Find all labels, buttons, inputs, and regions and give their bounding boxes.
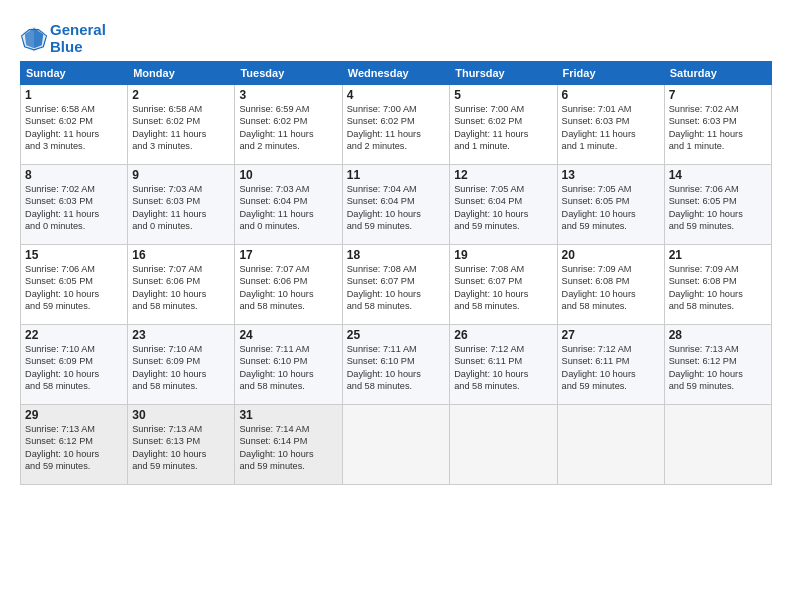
week-row-4: 22Sunrise: 7:10 AM Sunset: 6:09 PM Dayli… — [21, 325, 772, 405]
day-detail: Sunrise: 7:01 AM Sunset: 6:03 PM Dayligh… — [562, 103, 660, 153]
day-detail: Sunrise: 7:00 AM Sunset: 6:02 PM Dayligh… — [454, 103, 552, 153]
day-cell: 29Sunrise: 7:13 AM Sunset: 6:12 PM Dayli… — [21, 405, 128, 485]
day-detail: Sunrise: 7:11 AM Sunset: 6:10 PM Dayligh… — [239, 343, 337, 393]
day-detail: Sunrise: 7:07 AM Sunset: 6:06 PM Dayligh… — [132, 263, 230, 313]
logo-general: General — [50, 22, 106, 39]
day-detail: Sunrise: 7:02 AM Sunset: 6:03 PM Dayligh… — [669, 103, 767, 153]
day-number: 26 — [454, 328, 552, 342]
day-cell: 13Sunrise: 7:05 AM Sunset: 6:05 PM Dayli… — [557, 165, 664, 245]
day-cell: 26Sunrise: 7:12 AM Sunset: 6:11 PM Dayli… — [450, 325, 557, 405]
day-cell: 31Sunrise: 7:14 AM Sunset: 6:14 PM Dayli… — [235, 405, 342, 485]
day-detail: Sunrise: 7:05 AM Sunset: 6:05 PM Dayligh… — [562, 183, 660, 233]
day-number: 14 — [669, 168, 767, 182]
day-number: 8 — [25, 168, 123, 182]
week-row-1: 1Sunrise: 6:58 AM Sunset: 6:02 PM Daylig… — [21, 85, 772, 165]
weekday-header-monday: Monday — [128, 62, 235, 85]
day-detail: Sunrise: 7:10 AM Sunset: 6:09 PM Dayligh… — [25, 343, 123, 393]
calendar-page: General Blue SundayMondayTuesdayWednesda… — [0, 0, 792, 612]
weekday-header-friday: Friday — [557, 62, 664, 85]
day-number: 12 — [454, 168, 552, 182]
day-cell: 1Sunrise: 6:58 AM Sunset: 6:02 PM Daylig… — [21, 85, 128, 165]
day-cell: 30Sunrise: 7:13 AM Sunset: 6:13 PM Dayli… — [128, 405, 235, 485]
day-number: 30 — [132, 408, 230, 422]
day-cell: 23Sunrise: 7:10 AM Sunset: 6:09 PM Dayli… — [128, 325, 235, 405]
day-detail: Sunrise: 7:00 AM Sunset: 6:02 PM Dayligh… — [347, 103, 446, 153]
day-cell: 27Sunrise: 7:12 AM Sunset: 6:11 PM Dayli… — [557, 325, 664, 405]
day-cell: 10Sunrise: 7:03 AM Sunset: 6:04 PM Dayli… — [235, 165, 342, 245]
day-cell — [664, 405, 771, 485]
day-number: 24 — [239, 328, 337, 342]
day-number: 23 — [132, 328, 230, 342]
weekday-header-thursday: Thursday — [450, 62, 557, 85]
day-number: 31 — [239, 408, 337, 422]
day-cell: 14Sunrise: 7:06 AM Sunset: 6:05 PM Dayli… — [664, 165, 771, 245]
day-cell: 12Sunrise: 7:05 AM Sunset: 6:04 PM Dayli… — [450, 165, 557, 245]
logo-text: General Blue — [50, 22, 106, 55]
day-number: 1 — [25, 88, 123, 102]
day-detail: Sunrise: 6:59 AM Sunset: 6:02 PM Dayligh… — [239, 103, 337, 153]
day-detail: Sunrise: 7:09 AM Sunset: 6:08 PM Dayligh… — [669, 263, 767, 313]
day-number: 16 — [132, 248, 230, 262]
day-detail: Sunrise: 7:09 AM Sunset: 6:08 PM Dayligh… — [562, 263, 660, 313]
week-row-5: 29Sunrise: 7:13 AM Sunset: 6:12 PM Dayli… — [21, 405, 772, 485]
day-number: 22 — [25, 328, 123, 342]
day-cell — [450, 405, 557, 485]
day-detail: Sunrise: 7:03 AM Sunset: 6:04 PM Dayligh… — [239, 183, 337, 233]
day-cell: 15Sunrise: 7:06 AM Sunset: 6:05 PM Dayli… — [21, 245, 128, 325]
day-detail: Sunrise: 7:14 AM Sunset: 6:14 PM Dayligh… — [239, 423, 337, 473]
day-cell: 16Sunrise: 7:07 AM Sunset: 6:06 PM Dayli… — [128, 245, 235, 325]
day-cell: 22Sunrise: 7:10 AM Sunset: 6:09 PM Dayli… — [21, 325, 128, 405]
day-number: 19 — [454, 248, 552, 262]
logo-blue: Blue — [50, 39, 106, 56]
day-cell: 28Sunrise: 7:13 AM Sunset: 6:12 PM Dayli… — [664, 325, 771, 405]
week-row-2: 8Sunrise: 7:02 AM Sunset: 6:03 PM Daylig… — [21, 165, 772, 245]
weekday-header-row: SundayMondayTuesdayWednesdayThursdayFrid… — [21, 62, 772, 85]
day-number: 21 — [669, 248, 767, 262]
day-cell: 5Sunrise: 7:00 AM Sunset: 6:02 PM Daylig… — [450, 85, 557, 165]
day-number: 15 — [25, 248, 123, 262]
logo-icon — [20, 25, 48, 53]
day-number: 29 — [25, 408, 123, 422]
day-detail: Sunrise: 7:04 AM Sunset: 6:04 PM Dayligh… — [347, 183, 446, 233]
day-cell: 24Sunrise: 7:11 AM Sunset: 6:10 PM Dayli… — [235, 325, 342, 405]
day-number: 27 — [562, 328, 660, 342]
day-detail: Sunrise: 7:06 AM Sunset: 6:05 PM Dayligh… — [25, 263, 123, 313]
day-number: 17 — [239, 248, 337, 262]
day-number: 7 — [669, 88, 767, 102]
day-detail: Sunrise: 7:08 AM Sunset: 6:07 PM Dayligh… — [454, 263, 552, 313]
day-cell — [557, 405, 664, 485]
day-detail: Sunrise: 7:13 AM Sunset: 6:12 PM Dayligh… — [25, 423, 123, 473]
day-number: 20 — [562, 248, 660, 262]
day-cell: 11Sunrise: 7:04 AM Sunset: 6:04 PM Dayli… — [342, 165, 450, 245]
day-number: 10 — [239, 168, 337, 182]
day-detail: Sunrise: 6:58 AM Sunset: 6:02 PM Dayligh… — [132, 103, 230, 153]
day-cell: 9Sunrise: 7:03 AM Sunset: 6:03 PM Daylig… — [128, 165, 235, 245]
day-cell: 2Sunrise: 6:58 AM Sunset: 6:02 PM Daylig… — [128, 85, 235, 165]
day-number: 9 — [132, 168, 230, 182]
day-cell — [342, 405, 450, 485]
day-number: 28 — [669, 328, 767, 342]
day-detail: Sunrise: 7:12 AM Sunset: 6:11 PM Dayligh… — [454, 343, 552, 393]
day-detail: Sunrise: 6:58 AM Sunset: 6:02 PM Dayligh… — [25, 103, 123, 153]
day-cell: 3Sunrise: 6:59 AM Sunset: 6:02 PM Daylig… — [235, 85, 342, 165]
day-detail: Sunrise: 7:03 AM Sunset: 6:03 PM Dayligh… — [132, 183, 230, 233]
weekday-header-tuesday: Tuesday — [235, 62, 342, 85]
day-detail: Sunrise: 7:05 AM Sunset: 6:04 PM Dayligh… — [454, 183, 552, 233]
logo: General Blue — [20, 22, 106, 55]
week-row-3: 15Sunrise: 7:06 AM Sunset: 6:05 PM Dayli… — [21, 245, 772, 325]
day-cell: 20Sunrise: 7:09 AM Sunset: 6:08 PM Dayli… — [557, 245, 664, 325]
day-detail: Sunrise: 7:06 AM Sunset: 6:05 PM Dayligh… — [669, 183, 767, 233]
day-detail: Sunrise: 7:02 AM Sunset: 6:03 PM Dayligh… — [25, 183, 123, 233]
day-number: 3 — [239, 88, 337, 102]
day-detail: Sunrise: 7:13 AM Sunset: 6:13 PM Dayligh… — [132, 423, 230, 473]
day-detail: Sunrise: 7:11 AM Sunset: 6:10 PM Dayligh… — [347, 343, 446, 393]
day-number: 13 — [562, 168, 660, 182]
calendar-table: SundayMondayTuesdayWednesdayThursdayFrid… — [20, 61, 772, 485]
day-cell: 8Sunrise: 7:02 AM Sunset: 6:03 PM Daylig… — [21, 165, 128, 245]
day-number: 25 — [347, 328, 446, 342]
day-number: 5 — [454, 88, 552, 102]
day-cell: 7Sunrise: 7:02 AM Sunset: 6:03 PM Daylig… — [664, 85, 771, 165]
day-cell: 18Sunrise: 7:08 AM Sunset: 6:07 PM Dayli… — [342, 245, 450, 325]
day-detail: Sunrise: 7:08 AM Sunset: 6:07 PM Dayligh… — [347, 263, 446, 313]
day-number: 18 — [347, 248, 446, 262]
